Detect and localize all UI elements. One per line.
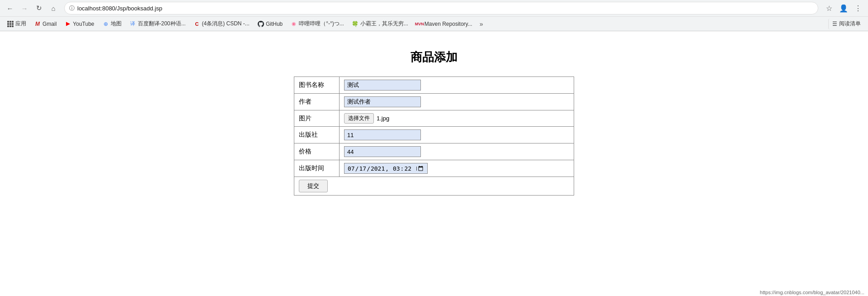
profile-button[interactable]: 👤	[837, 2, 850, 14]
bookmark-maven-label: Maven Repository...	[425, 21, 472, 27]
table-row: 图片 选择文件 1.jpg	[294, 110, 574, 127]
table-row: 价格	[294, 143, 574, 160]
bookmark-xiaoba[interactable]: 🍀 小霸王，其乐无穷...	[349, 19, 412, 29]
github-icon	[258, 21, 264, 27]
translate-icon: 译	[130, 21, 136, 27]
price-label: 价格	[294, 143, 340, 160]
bookmark-translate-label: 百度翻译-200种语...	[138, 20, 186, 28]
bookmark-youtube[interactable]: ▶ YouTube	[61, 19, 98, 29]
publisher-cell	[340, 127, 574, 143]
maven-icon: MVN	[416, 21, 423, 27]
more-bookmarks-button[interactable]: »	[477, 19, 486, 29]
price-input[interactable]	[344, 146, 421, 157]
bookmark-maven[interactable]: MVN Maven Repository...	[413, 19, 476, 29]
book-name-label: 图书名称	[294, 77, 340, 94]
bookmark-bilibili-label: 哔哩哔哩（°-°)つ...	[299, 20, 344, 28]
xiaoba-icon: 🍀	[352, 21, 359, 27]
apps-grid-icon	[7, 21, 14, 27]
maps-icon: ⊕	[103, 21, 109, 27]
page-content: 商品添加 图书名称 作者 图片 选择文件	[0, 31, 868, 285]
browser-titlebar: ← → ↻ ⌂ ⓘ ☆ 👤 ⋮	[0, 0, 868, 16]
image-label: 图片	[294, 110, 340, 127]
table-row: 出版时间	[294, 160, 574, 177]
bookmark-gmail[interactable]: M Gmail	[31, 19, 60, 29]
address-bar-container[interactable]: ⓘ	[64, 2, 818, 14]
bookmarks-bar: 应用 M Gmail ▶ YouTube ⊕ 地图 译 百度翻译-200种语..…	[0, 16, 868, 31]
table-row: 出版社	[294, 127, 574, 143]
table-row: 作者	[294, 94, 574, 110]
address-bar[interactable]	[77, 5, 813, 12]
pub-date-input[interactable]	[344, 163, 428, 174]
bookmark-xiaoba-label: 小霸王，其乐无穷...	[360, 20, 408, 28]
gmail-icon: M	[34, 21, 41, 27]
add-book-form: 图书名称 作者 图片 选择文件 1.jpg	[294, 76, 574, 196]
submit-cell: 提交	[294, 177, 574, 196]
menu-button[interactable]: ⋮	[852, 2, 864, 14]
publisher-input[interactable]	[344, 129, 421, 140]
image-cell: 选择文件 1.jpg	[340, 110, 574, 127]
youtube-icon: ▶	[65, 21, 71, 27]
table-row: 图书名称	[294, 77, 574, 94]
toolbar-right: ☆ 👤 ⋮	[823, 2, 864, 14]
secure-icon: ⓘ	[69, 5, 75, 12]
pub-date-cell	[340, 160, 574, 177]
publisher-label: 出版社	[294, 127, 340, 143]
refresh-button[interactable]: ↻	[33, 2, 45, 14]
bookmark-apps[interactable]: 应用	[4, 19, 30, 29]
pub-date-label: 出版时间	[294, 160, 340, 177]
page-title: 商品添加	[410, 49, 458, 65]
bookmark-github[interactable]: GitHub	[254, 19, 286, 29]
apps-label: 应用	[15, 20, 26, 28]
back-button[interactable]: ←	[4, 2, 16, 14]
bookmark-star-button[interactable]: ☆	[823, 2, 835, 14]
browser-chrome: ← → ↻ ⌂ ⓘ ☆ 👤 ⋮ 应用 M Gmail ▶	[0, 0, 868, 31]
bookmark-translate[interactable]: 译 百度翻译-200种语...	[126, 19, 189, 29]
bookmark-maps[interactable]: ⊕ 地图	[99, 19, 125, 29]
price-cell	[340, 143, 574, 160]
bookmark-bilibili[interactable]: ◉ 哔哩哔哩（°-°)つ...	[287, 19, 348, 29]
table-row: 提交	[294, 177, 574, 196]
bookmark-csdn-label: (4条消息) CSDN -...	[202, 20, 250, 28]
file-name-display: 1.jpg	[377, 115, 389, 122]
book-name-input[interactable]	[344, 80, 421, 91]
bookmark-github-label: GitHub	[266, 21, 283, 27]
home-button[interactable]: ⌂	[47, 2, 60, 14]
bookmark-youtube-label: YouTube	[73, 21, 94, 27]
bookmark-gmail-label: Gmail	[42, 21, 57, 27]
bookmark-csdn[interactable]: C (4条消息) CSDN -...	[190, 19, 253, 29]
bookmark-maps-label: 地图	[111, 20, 122, 28]
file-choose-button[interactable]: 选择文件	[344, 113, 374, 124]
author-label: 作者	[294, 94, 340, 110]
submit-button[interactable]: 提交	[299, 180, 328, 192]
forward-button[interactable]: →	[18, 2, 31, 14]
read-list-icon: ☰	[832, 21, 837, 27]
read-list-label: 阅读清单	[839, 20, 861, 28]
csdn-icon: C	[194, 21, 200, 27]
author-cell	[340, 94, 574, 110]
read-list-button[interactable]: ☰ 阅读清单	[828, 19, 864, 29]
book-name-cell	[340, 77, 574, 94]
file-input-wrap: 选择文件 1.jpg	[344, 113, 569, 124]
bilibili-icon: ◉	[291, 21, 297, 27]
author-input[interactable]	[344, 96, 421, 107]
